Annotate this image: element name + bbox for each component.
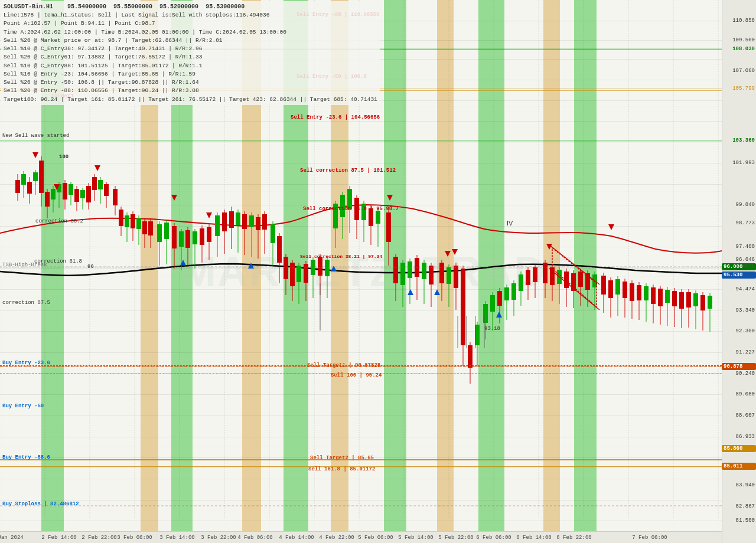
svg-rect-53 — [142, 221, 147, 234]
label-tsb-high: TSB-High-Break — [2, 262, 47, 268]
time-feb3-22: 3 Feb 22:00 — [201, 535, 236, 541]
svg-text:IV: IV — [507, 220, 513, 227]
svg-rect-71 — [207, 227, 211, 242]
svg-rect-95 — [290, 263, 295, 286]
svg-rect-189 — [637, 285, 641, 300]
svg-rect-181 — [608, 280, 613, 298]
svg-rect-197 — [665, 290, 670, 303]
svg-rect-139 — [454, 266, 458, 288]
price-82867: 82.867 — [736, 503, 755, 509]
time-jan31: 31 Jan 2024 — [0, 535, 24, 541]
svg-rect-191 — [644, 286, 649, 300]
time-feb4-22: 4 Feb 22:00 — [319, 535, 354, 541]
price-103360: 103.360 — [732, 138, 755, 143]
label-sell-corr-87: Sell correction 87.5 | 101.512 — [300, 168, 396, 174]
svg-rect-19 — [39, 161, 44, 193]
label-sell-target2: Sell Target2 | 85.65 — [310, 455, 374, 461]
svg-rect-143 — [468, 345, 472, 368]
svg-rect-147 — [483, 304, 488, 323]
svg-rect-49 — [131, 214, 135, 228]
svg-rect-173 — [578, 272, 583, 287]
label-val-100: 100 — [59, 154, 69, 160]
svg-rect-187 — [630, 283, 634, 301]
svg-rect-43 — [113, 189, 118, 205]
svg-rect-105 — [325, 260, 330, 276]
price-85011: 85.011 — [722, 463, 756, 470]
svg-rect-133 — [429, 266, 434, 284]
svg-rect-85 — [256, 217, 260, 230]
svg-rect-41 — [104, 184, 109, 196]
price-88007: 88.007 — [736, 413, 755, 418]
svg-rect-31 — [74, 189, 79, 202]
time-feb4-06: 4 Feb 06:00 — [237, 535, 272, 541]
svg-rect-131 — [422, 263, 426, 279]
label-96-wool: 96 WooL — [731, 263, 756, 270]
label-sell-corr-38: Sell correction 38.21 | 97.34 — [300, 254, 382, 259]
svg-rect-195 — [658, 289, 663, 306]
price-91227: 91.227 — [736, 349, 755, 355]
price-94474: 94.474 — [736, 286, 755, 292]
info-line-7: Sell %10 @ C_Entry88: 101.51125 | Target… — [4, 62, 377, 70]
info-line-6: Sell %20 @ C_Entry61: 97.13882 | Target:… — [4, 53, 377, 61]
time-feb6-22: 6 Feb 22:00 — [556, 535, 591, 541]
svg-rect-205 — [693, 293, 698, 306]
label-sell-161: Sell 161.8 | 85.01172 — [308, 466, 375, 472]
svg-rect-27 — [63, 183, 67, 199]
time-feb2-22: 2 Feb 22:00 — [82, 535, 116, 541]
label-sell-target1: Sell Target1 | 90.87828 — [307, 362, 380, 368]
price-109500: 109.500 — [732, 37, 755, 43]
info-line-11: Target100: 90.24 | Target 161: 85.01172 … — [4, 96, 377, 104]
price-93340: 93.340 — [736, 308, 755, 313]
time-feb6-06: 6 Feb 06:00 — [476, 535, 511, 541]
price-101993: 101.993 — [732, 160, 755, 166]
svg-rect-201 — [679, 292, 684, 309]
svg-rect-35 — [86, 186, 91, 202]
svg-rect-203 — [686, 292, 691, 308]
svg-rect-179 — [601, 276, 606, 295]
time-feb3-14: 3 Feb 14:00 — [159, 535, 194, 541]
price-108030: 108.030 — [732, 46, 755, 52]
svg-rect-15 — [27, 182, 32, 194]
svg-rect-207 — [700, 295, 705, 310]
svg-rect-67 — [193, 231, 197, 244]
svg-rect-125 — [400, 263, 405, 285]
svg-rect-153 — [504, 287, 509, 300]
info-line-3: Time A:2024.02.02 12:00:00 | Time B:2024… — [4, 28, 377, 37]
label-sell-entry-23: Sell Entry -23.6 | 104.56656 — [291, 115, 380, 120]
label-sell-100: Sell 100 | 90.24 — [331, 372, 382, 378]
info-line-1: Line:1578 | tema_h1_status: Sell | Last … — [4, 11, 377, 19]
price-92300: 92.300 — [736, 328, 755, 334]
svg-rect-13 — [21, 174, 26, 185]
svg-rect-193 — [651, 287, 656, 304]
info-line-4: Sell %20 @ Market price or at: 98.7 | Ta… — [4, 37, 377, 45]
label-correction-87: correction 87.5 — [2, 300, 50, 306]
svg-rect-39 — [98, 180, 103, 189]
svg-rect-87 — [262, 214, 267, 230]
price-105799: 105.799 — [732, 86, 755, 91]
level-96 — [0, 267, 722, 267]
price-99840: 99.840 — [736, 202, 755, 208]
chart-title: SOLUSDT-Bin.H1 95.54000000 95.55000000 9… — [4, 2, 377, 11]
price-86933: 86.933 — [736, 434, 755, 440]
time-feb5-22: 5 Feb 22:00 — [438, 535, 473, 541]
price-107060: 107.060 — [732, 68, 755, 74]
svg-rect-77 — [229, 211, 234, 228]
svg-rect-37 — [92, 177, 97, 190]
info-line-2: Point A:102.57 | Point B:94.11 | Point C… — [4, 19, 377, 28]
time-feb5-14: 5 Feb 14:00 — [398, 535, 433, 541]
svg-rect-185 — [623, 282, 627, 298]
price-95530: 95.530 — [722, 272, 756, 279]
info-line-8: Sell %10 @ Entry -23: 104.56656 | Target… — [4, 70, 377, 78]
svg-rect-29 — [69, 184, 73, 195]
svg-rect-151 — [497, 291, 502, 306]
label-correction-38: correction 38.2 — [35, 218, 83, 224]
svg-rect-33 — [80, 190, 85, 198]
svg-rect-57 — [157, 224, 162, 242]
svg-rect-97 — [296, 266, 301, 282]
price-110858: 110.858 — [732, 18, 755, 24]
info-panel: SOLUSDT-Bin.H1 95.54000000 95.55000000 9… — [1, 1, 380, 105]
svg-rect-119 — [376, 211, 380, 224]
time-feb3-06: 3 Feb 06:00 — [117, 535, 152, 541]
svg-rect-65 — [185, 230, 190, 248]
svg-rect-155 — [511, 283, 516, 300]
